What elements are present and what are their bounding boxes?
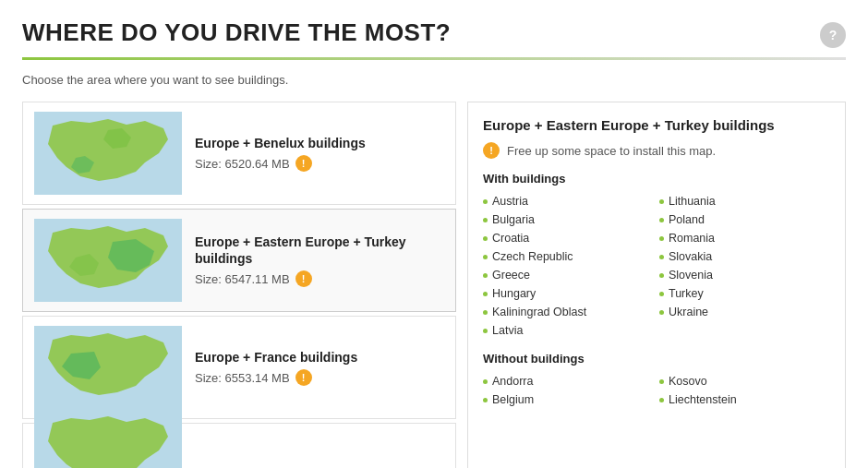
country-bullet bbox=[659, 199, 664, 204]
country-bullet bbox=[659, 398, 664, 402]
map-thumbnail-eastern-europe bbox=[34, 219, 182, 302]
map-size-benelux: Size: 6520.64 MB ! bbox=[195, 155, 444, 172]
map-thumbnail-france bbox=[34, 326, 182, 409]
country-name: Slovenia bbox=[669, 269, 713, 282]
country-bullet bbox=[659, 273, 664, 278]
country-bullet bbox=[483, 236, 488, 241]
detail-warning: ! Free up some space to install this map… bbox=[483, 142, 830, 159]
country-bullet bbox=[483, 273, 488, 278]
country-name: Austria bbox=[492, 195, 528, 208]
map-name-france: Europe + France buildings bbox=[195, 349, 444, 366]
country-item: Ukraine bbox=[659, 304, 826, 320]
map-name-eastern-europe: Europe + Eastern Europe + Turkey buildin… bbox=[195, 234, 444, 267]
content-area: Europe + Benelux buildings Size: 6520.64… bbox=[22, 102, 846, 468]
map-info-benelux: Europe + Benelux buildings Size: 6520.64… bbox=[195, 135, 444, 172]
map-name-benelux: Europe + Benelux buildings bbox=[195, 135, 444, 151]
country-name: Greece bbox=[492, 269, 530, 282]
page-title: WHERE DO YOU DRIVE THE MOST? bbox=[22, 18, 451, 47]
page-subtitle: Choose the area where you want to see bu… bbox=[22, 73, 846, 87]
country-bullet bbox=[483, 329, 488, 333]
country-item: Hungary bbox=[483, 285, 650, 302]
header-divider bbox=[22, 57, 846, 60]
country-item: Lithuania bbox=[659, 193, 826, 210]
country-item: Belgium bbox=[483, 391, 650, 408]
with-buildings-label: With buildings bbox=[483, 172, 826, 186]
country-bullet bbox=[659, 379, 664, 384]
country-name: Hungary bbox=[492, 287, 536, 300]
country-item: Slovenia bbox=[659, 267, 826, 283]
country-item: Bulgaria bbox=[483, 211, 650, 228]
country-bullet bbox=[659, 255, 664, 259]
without-buildings-grid: AndorraBelgiumKosovoLiechtenstein bbox=[483, 373, 826, 408]
country-item: Slovakia bbox=[659, 248, 826, 265]
country-bullet bbox=[659, 310, 664, 315]
detail-panel: Europe + Eastern Europe + Turkey buildin… bbox=[467, 102, 846, 468]
country-bullet bbox=[659, 218, 664, 222]
map-item-fourth[interactable] bbox=[22, 423, 456, 468]
map-size-eastern-europe: Size: 6547.11 MB ! bbox=[195, 270, 444, 287]
country-name: Slovakia bbox=[669, 250, 712, 263]
map-info-france: Europe + France buildings Size: 6553.14 … bbox=[195, 349, 444, 386]
country-name: Liechtenstein bbox=[669, 393, 737, 406]
warning-icon-france: ! bbox=[295, 369, 312, 386]
country-name: Poland bbox=[669, 213, 705, 226]
country-name: Czech Republic bbox=[492, 250, 573, 263]
country-bullet bbox=[483, 310, 488, 315]
country-bullet bbox=[483, 255, 488, 259]
map-svg-benelux bbox=[34, 112, 182, 195]
warning-icon-benelux: ! bbox=[295, 155, 312, 172]
country-item: Romania bbox=[659, 230, 826, 246]
detail-scroll-area[interactable]: With buildings AustriaBulgariaCroatiaCze… bbox=[483, 172, 830, 421]
country-item: Kaliningrad Oblast bbox=[483, 304, 650, 320]
map-svg-france bbox=[34, 326, 182, 409]
header: WHERE DO YOU DRIVE THE MOST? ? bbox=[22, 18, 846, 48]
page-container: WHERE DO YOU DRIVE THE MOST? ? Choose th… bbox=[0, 0, 868, 468]
country-item: Greece bbox=[483, 267, 650, 283]
country-name: Andorra bbox=[492, 375, 533, 388]
country-name: Bulgaria bbox=[492, 213, 535, 226]
country-item: Liechtenstein bbox=[659, 391, 826, 408]
map-list: Europe + Benelux buildings Size: 6520.64… bbox=[22, 102, 456, 468]
country-item: Austria bbox=[483, 193, 650, 210]
map-thumbnail-fourth bbox=[34, 409, 182, 468]
map-size-france: Size: 6553.14 MB ! bbox=[195, 369, 444, 386]
country-name: Romania bbox=[669, 232, 715, 245]
map-item-eastern-europe[interactable]: Europe + Eastern Europe + Turkey buildin… bbox=[22, 209, 456, 312]
map-item-france[interactable]: Europe + France buildings Size: 6553.14 … bbox=[22, 316, 456, 419]
country-bullet bbox=[659, 236, 664, 241]
help-button[interactable]: ? bbox=[820, 22, 846, 48]
country-item: Kosovo bbox=[659, 373, 826, 390]
country-bullet bbox=[659, 292, 664, 296]
country-name: Kosovo bbox=[669, 375, 707, 388]
detail-warning-icon: ! bbox=[483, 142, 500, 159]
country-item: Czech Republic bbox=[483, 248, 650, 265]
country-name: Lithuania bbox=[669, 195, 716, 208]
map-svg-eastern-europe bbox=[34, 219, 182, 302]
country-bullet bbox=[483, 199, 488, 204]
country-name: Turkey bbox=[669, 287, 704, 300]
country-name: Latvia bbox=[492, 324, 523, 337]
with-buildings-grid: AustriaBulgariaCroatiaCzech RepublicGree… bbox=[483, 193, 826, 339]
map-info-eastern-europe: Europe + Eastern Europe + Turkey buildin… bbox=[195, 234, 444, 287]
detail-title: Europe + Eastern Europe + Turkey buildin… bbox=[483, 117, 830, 133]
country-bullet bbox=[483, 379, 488, 384]
country-item: Turkey bbox=[659, 285, 826, 302]
country-name: Croatia bbox=[492, 232, 529, 245]
country-bullet bbox=[483, 218, 488, 222]
country-bullet bbox=[483, 292, 488, 296]
detail-warning-text: Free up some space to install this map. bbox=[507, 144, 716, 158]
without-buildings-label: Without buildings bbox=[483, 352, 826, 366]
country-name: Ukraine bbox=[669, 306, 708, 318]
country-item: Croatia bbox=[483, 230, 650, 246]
country-item: Latvia bbox=[483, 322, 650, 339]
map-item-benelux[interactable]: Europe + Benelux buildings Size: 6520.64… bbox=[22, 102, 456, 205]
warning-icon-eastern-europe: ! bbox=[295, 270, 312, 287]
map-svg-fourth bbox=[34, 409, 182, 468]
map-thumbnail-benelux bbox=[34, 112, 182, 195]
country-name: Kaliningrad Oblast bbox=[492, 306, 586, 318]
country-name: Belgium bbox=[492, 393, 534, 406]
country-item: Andorra bbox=[483, 373, 650, 390]
country-item: Poland bbox=[659, 211, 826, 228]
country-bullet bbox=[483, 398, 488, 402]
